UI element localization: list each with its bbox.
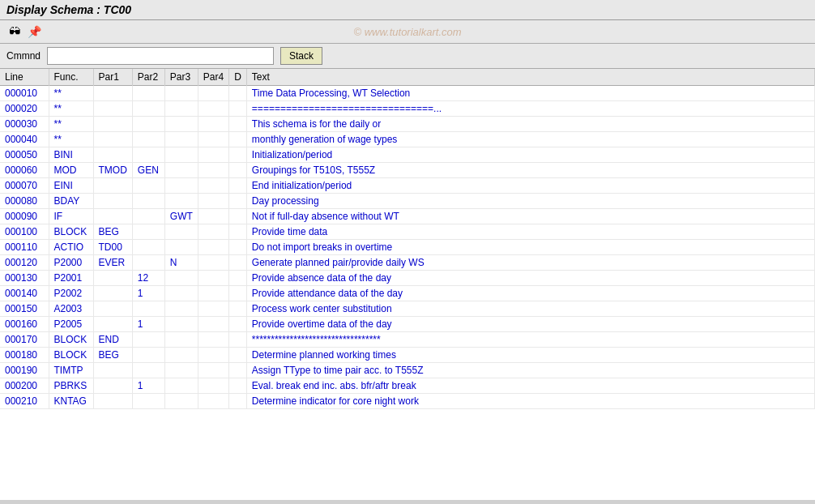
cell-par1	[93, 132, 132, 147]
table-row[interactable]: 000060MODTMODGENGroupings for T510S, T55…	[0, 163, 815, 178]
cell-par3: GWT	[164, 209, 198, 224]
cell-par1	[93, 209, 132, 224]
cell-par2	[132, 194, 164, 209]
header-par4: Par4	[198, 69, 228, 86]
cell-text: Eval. break end inc. abs. bfr/aftr break	[246, 378, 814, 394]
cell-text: Not if full-day absence without WT	[246, 209, 814, 224]
table-row[interactable]: 000070EINIEnd initialization/period	[0, 178, 815, 194]
cell-line: 000190	[0, 363, 49, 378]
cell-par2	[132, 209, 164, 224]
cell-d	[229, 301, 247, 317]
cell-d	[229, 271, 247, 286]
cell-func: BDAY	[49, 194, 93, 209]
stack-button[interactable]: Stack	[280, 47, 322, 65]
header-d: D	[229, 69, 247, 86]
cell-d	[229, 240, 247, 255]
cell-par3	[164, 117, 198, 132]
cell-line: 000040	[0, 132, 49, 147]
cell-d	[229, 348, 247, 363]
cell-line: 000120	[0, 255, 49, 271]
cell-par2: 1	[132, 378, 164, 394]
cell-par3	[164, 224, 198, 240]
title-bar: Display Schema : TC00	[0, 0, 815, 20]
table-row[interactable]: 000120P2000EVERNGenerate planned pair/pr…	[0, 255, 815, 271]
cell-d	[229, 317, 247, 332]
table-row[interactable]: 000180BLOCKBEGDetermine planned working …	[0, 348, 815, 363]
cell-func: **	[49, 101, 93, 117]
cell-func: P2002	[49, 286, 93, 301]
table-row[interactable]: 000090IFGWTNot if full-day absence witho…	[0, 209, 815, 224]
table-row[interactable]: 000050BINIInitialization/period	[0, 147, 815, 163]
cell-par4	[198, 363, 228, 378]
cell-par3: N	[164, 255, 198, 271]
cell-d	[229, 178, 247, 194]
cell-func: BINI	[49, 147, 93, 163]
cell-par2	[132, 255, 164, 271]
cell-par4	[198, 132, 228, 147]
cell-text: Provide time data	[246, 224, 814, 240]
table-row[interactable]: 000080BDAYDay processing	[0, 194, 815, 209]
cell-line: 000130	[0, 271, 49, 286]
table-row[interactable]: 000010**Time Data Processing, WT Selecti…	[0, 86, 815, 101]
table-row[interactable]: 000190TIMTPAssign TType to time pair acc…	[0, 363, 815, 378]
cell-func: ACTIO	[49, 240, 93, 255]
cell-text: Time Data Processing, WT Selection	[246, 86, 814, 101]
cell-d	[229, 209, 247, 224]
cell-par1	[93, 101, 132, 117]
cell-par1	[93, 394, 132, 409]
cell-par3	[164, 363, 198, 378]
cell-par3	[164, 286, 198, 301]
cell-par2	[132, 178, 164, 194]
cell-par2	[132, 332, 164, 348]
cell-line: 000090	[0, 209, 49, 224]
cell-par4	[198, 224, 228, 240]
cell-func: BLOCK	[49, 332, 93, 348]
cell-par2	[132, 363, 164, 378]
pin-icon[interactable]: 📌	[26, 23, 42, 40]
table-row[interactable]: 000140P20021Provide attendance data of t…	[0, 286, 815, 301]
cell-func: BLOCK	[49, 224, 93, 240]
cell-text: End initialization/period	[246, 178, 814, 194]
cell-d	[229, 132, 247, 147]
cell-par1	[93, 147, 132, 163]
cell-par4	[198, 286, 228, 301]
table-row[interactable]: 000160P20051Provide overtime data of the…	[0, 317, 815, 332]
cell-func: MOD	[49, 163, 93, 178]
table-row[interactable]: 000110ACTIOTD00Do not import breaks in o…	[0, 240, 815, 255]
table-row[interactable]: 000210KNTAGDetermine indicator for core …	[0, 394, 815, 409]
cell-par1	[93, 178, 132, 194]
cell-func: A2003	[49, 301, 93, 317]
table-row[interactable]: 000020**================================…	[0, 101, 815, 117]
cell-d	[229, 101, 247, 117]
cell-par2: 12	[132, 271, 164, 286]
cell-d	[229, 255, 247, 271]
cell-par2	[132, 147, 164, 163]
cell-par4	[198, 163, 228, 178]
cell-d	[229, 163, 247, 178]
glasses-icon[interactable]: 🕶	[6, 23, 23, 40]
cell-text: Initialization/period	[246, 147, 814, 163]
cell-d	[229, 147, 247, 163]
cell-par1: EVER	[93, 255, 132, 271]
cell-par3	[164, 348, 198, 363]
table-row[interactable]: 000100BLOCKBEGProvide time data	[0, 224, 815, 240]
table-row[interactable]: 000130P200112Provide absence data of the…	[0, 271, 815, 286]
cell-line: 000080	[0, 194, 49, 209]
cell-par4	[198, 86, 228, 101]
command-bar: Cmmnd Stack	[0, 44, 815, 69]
cell-d	[229, 332, 247, 348]
cell-par3	[164, 394, 198, 409]
table-row[interactable]: 000150A2003Process work center substitut…	[0, 301, 815, 317]
cell-par3	[164, 378, 198, 394]
table-row[interactable]: 000200PBRKS1Eval. break end inc. abs. bf…	[0, 378, 815, 394]
cell-par3	[164, 178, 198, 194]
table-row[interactable]: 000170BLOCKEND**************************…	[0, 332, 815, 348]
cell-d	[229, 224, 247, 240]
cell-par1	[93, 301, 132, 317]
cell-par4	[198, 317, 228, 332]
table-row[interactable]: 000040**monthly generation of wage types	[0, 132, 815, 147]
table-row[interactable]: 000030**This schema is for the daily or	[0, 117, 815, 132]
cell-par1	[93, 286, 132, 301]
command-input[interactable]	[47, 47, 274, 65]
cell-par3	[164, 132, 198, 147]
